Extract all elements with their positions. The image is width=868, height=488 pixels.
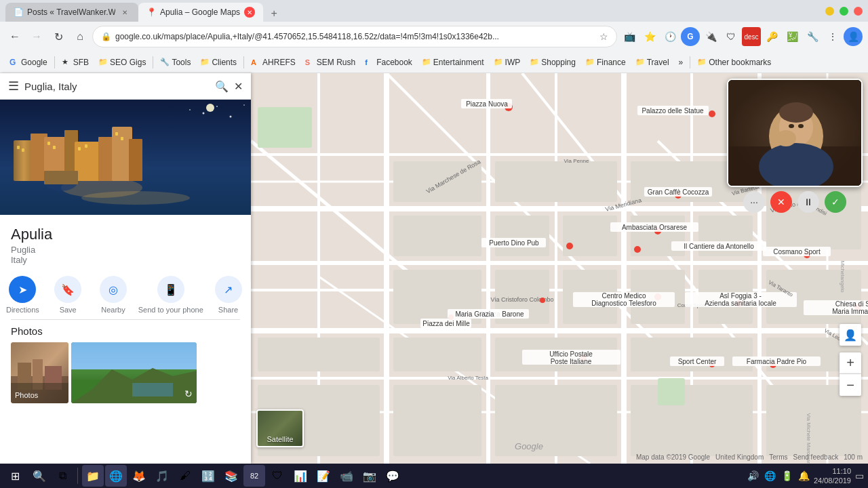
- clear-search-button[interactable]: ✕: [234, 80, 243, 93]
- extension-icon-3[interactable]: desc: [742, 27, 761, 46]
- refresh-button[interactable]: ↻: [49, 27, 68, 46]
- window-controls: [825, 7, 863, 16]
- new-tab-button[interactable]: +: [266, 5, 282, 22]
- bookmark-manager-icon[interactable]: ⭐: [640, 27, 659, 46]
- taskbar-paint[interactable]: 🖌: [174, 465, 196, 487]
- bookmark-iwp[interactable]: 📁 IWP: [490, 56, 525, 68]
- video-pause-button[interactable]: ⏸: [797, 191, 819, 213]
- bookmark-label-tools: Tools: [172, 58, 191, 67]
- tab-close-2[interactable]: ✕: [244, 7, 255, 18]
- directions-button[interactable]: ➤ Directions: [2, 276, 43, 314]
- photo-thumb-1[interactable]: Photos: [11, 342, 68, 403]
- tab-title-1: Posts « TravelWanker.World — W...: [27, 7, 115, 17]
- tab-close-1[interactable]: ✕: [119, 7, 130, 18]
- tab-google-maps[interactable]: 📍 Apulia – Google Maps ✕: [138, 3, 263, 22]
- address-icons: ☆: [599, 31, 608, 42]
- back-button[interactable]: ←: [5, 27, 24, 46]
- taskbar-file-explorer[interactable]: 📁: [82, 465, 104, 487]
- satellite-toggle[interactable]: Satellite: [256, 409, 304, 447]
- taskbar-zoom[interactable]: 📹: [336, 465, 357, 487]
- taskbar-calculator[interactable]: 🔢: [197, 465, 219, 487]
- map-data-text: Map data ©2019 Google: [636, 453, 710, 461]
- google-icon[interactable]: G: [681, 27, 700, 46]
- home-button[interactable]: ⌂: [71, 27, 90, 46]
- save-button[interactable]: 🔖 Save: [47, 276, 88, 314]
- svg-text:Centro Medico: Centro Medico: [601, 292, 646, 300]
- extension-icon-2[interactable]: 🛡: [722, 27, 741, 46]
- profile-avatar[interactable]: 👤: [844, 27, 863, 46]
- taskbar-word[interactable]: 📝: [313, 465, 334, 487]
- taskbar-speaker-icon[interactable]: 🔊: [746, 470, 760, 481]
- tab-travelwanker[interactable]: 📄 Posts « TravelWanker.World — W... ✕: [5, 3, 138, 22]
- extension-icon-5[interactable]: 💹: [783, 27, 802, 46]
- bookmark-tools[interactable]: 🔧 Tools: [156, 56, 195, 68]
- zoom-in-button[interactable]: +: [840, 352, 861, 374]
- search-input[interactable]: [24, 81, 210, 92]
- nearby-button[interactable]: ◎ Nearby: [93, 276, 134, 314]
- taskbar-show-desktop[interactable]: ▭: [854, 470, 865, 481]
- address-bar[interactable]: 🔒 google.co.uk/maps/place/Apulia,+Italy/…: [92, 26, 617, 47]
- minimize-button[interactable]: [825, 7, 834, 16]
- taskbar-media[interactable]: 🎵: [151, 465, 173, 487]
- address-text[interactable]: google.co.uk/maps/place/Apulia,+Italy/@4…: [115, 32, 595, 41]
- bookmark-other[interactable]: 📁 Other bookmarks: [693, 56, 775, 68]
- bookmark-star-icon[interactable]: ☆: [599, 31, 608, 42]
- forward-button[interactable]: →: [27, 27, 46, 46]
- cast-icon[interactable]: 📺: [620, 27, 639, 46]
- svg-text:Ambasciata Orsarese: Ambasciata Orsarese: [622, 224, 688, 231]
- zoom-out-button[interactable]: −: [840, 374, 861, 396]
- bookmark-google[interactable]: G Google: [5, 56, 52, 68]
- extension-icon-4[interactable]: 🔑: [762, 27, 781, 46]
- taskbar-network-icon[interactable]: 🌐: [763, 470, 777, 481]
- search-button[interactable]: 🔍: [215, 80, 229, 93]
- taskbar-clock[interactable]: 11:10 24/08/2019: [814, 466, 851, 486]
- map-region: United Kingdom: [715, 453, 764, 461]
- svg-point-24: [189, 109, 191, 110]
- start-button[interactable]: ⊞: [3, 465, 27, 487]
- bookmark-clients[interactable]: 📁 Clients: [196, 56, 241, 68]
- bookmark-more[interactable]: »: [675, 56, 688, 68]
- taskbar-task-view[interactable]: ⧉: [52, 465, 73, 487]
- taskbar-antivirus[interactable]: 🛡: [267, 465, 288, 487]
- bookmark-sfb[interactable]: ★ SFB: [58, 56, 93, 68]
- send-feedback-link[interactable]: Send feedback: [793, 453, 838, 461]
- bookmark-travel[interactable]: 📁 Travel: [631, 56, 673, 68]
- taskbar-firefox[interactable]: 🦊: [128, 465, 150, 487]
- close-button[interactable]: [854, 7, 863, 16]
- taskbar-camera[interactable]: 📷: [359, 465, 380, 487]
- share-button[interactable]: ↗ Share: [208, 276, 249, 314]
- menu-icon[interactable]: ☰: [8, 79, 19, 94]
- send-to-phone-button[interactable]: 📱 Send to your phone: [138, 276, 203, 314]
- taskbar-search[interactable]: 🔍: [28, 465, 50, 487]
- facebook-favicon: f: [365, 58, 374, 66]
- map-area[interactable]: Via Meridiana Via Cristoforo Colombo Via…: [251, 73, 868, 464]
- bookmark-facebook[interactable]: f Facebook: [361, 56, 416, 68]
- terms-link[interactable]: Terms: [769, 453, 787, 461]
- video-accept-button[interactable]: ✓: [825, 191, 846, 213]
- taskbar-wechat[interactable]: 💬: [382, 465, 403, 487]
- bookmark-shopping[interactable]: 📁 Shopping: [526, 56, 580, 68]
- bookmark-entertainment[interactable]: 📁 Entertainment: [418, 56, 488, 68]
- bookmark-seo-gigs[interactable]: 📁 SEO Gigs: [94, 56, 150, 68]
- taskbar-excel[interactable]: 📊: [290, 465, 311, 487]
- more-tools-icon[interactable]: ⋮: [823, 27, 842, 46]
- street-view-button[interactable]: 👤: [840, 324, 861, 346]
- extension-icon-6[interactable]: 🔧: [803, 27, 822, 46]
- taskbar-chrome[interactable]: 🌐: [105, 465, 127, 487]
- video-more-button[interactable]: ···: [743, 191, 765, 213]
- bookmark-sem-rush[interactable]: S SEM Rush: [301, 56, 359, 68]
- extension-icon-1[interactable]: 🔌: [701, 27, 720, 46]
- maximize-button[interactable]: [840, 7, 848, 16]
- taskbar-notification-icon[interactable]: 🔔: [797, 470, 811, 481]
- bookmark-ahrefs[interactable]: A AHREFS: [247, 56, 300, 68]
- toolbar-icons: 📺 ⭐ 🕐 G 🔌 🛡 desc 🔑 💹 🔧 ⋮ 👤: [620, 27, 863, 46]
- taskbar-books[interactable]: 📚: [220, 465, 242, 487]
- history-icon[interactable]: 🕐: [660, 27, 679, 46]
- svg-rect-83: [495, 385, 617, 456]
- taskbar-battery-icon[interactable]: 🔋: [780, 470, 794, 481]
- bookmark-finance[interactable]: 📁 Finance: [581, 56, 630, 68]
- place-image[interactable]: [0, 100, 251, 215]
- taskbar-terminal[interactable]: 82: [243, 465, 265, 487]
- video-end-button[interactable]: ✕: [770, 191, 792, 213]
- photo-thumb-2[interactable]: ↻: [71, 342, 197, 403]
